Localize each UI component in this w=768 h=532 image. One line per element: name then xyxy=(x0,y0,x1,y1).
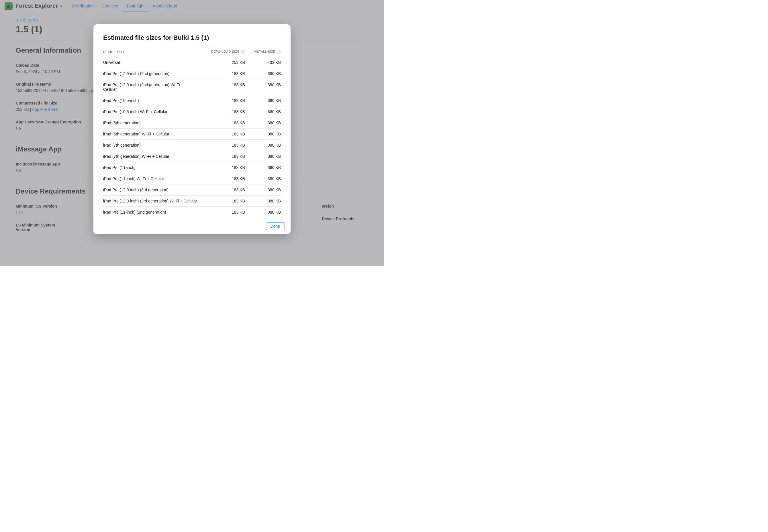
download-cell: 253 KB xyxy=(201,57,245,68)
done-button[interactable]: Done xyxy=(266,222,285,230)
device-cell: iPad Pro (12.9-inch) (2nd generation) xyxy=(103,68,201,79)
download-cell: 183 KB xyxy=(201,139,245,151)
table-row: iPad Pro (10.5-inch)183 KB380 KB xyxy=(103,95,281,106)
device-cell: iPad (6th generation) Wi-Fi + Cellular xyxy=(103,128,201,139)
table-row: iPad (7th generation) Wi-Fi + Cellular18… xyxy=(103,151,281,162)
device-cell: Universal xyxy=(103,57,201,68)
table-row: iPad Pro (10.5-inch) Wi-Fi + Cellular183… xyxy=(103,106,281,117)
file-sizes-table: DEVICE TYPE DOWNLOAD SIZE? INSTALL SIZE?… xyxy=(103,47,281,218)
table-row: iPad (6th generation)183 KB380 KB xyxy=(103,117,281,128)
install-cell: 380 KB xyxy=(245,206,281,218)
download-cell: 183 KB xyxy=(201,79,245,95)
download-cell: 183 KB xyxy=(201,184,245,195)
device-cell: iPad Pro (10.5-inch) xyxy=(103,95,201,106)
download-cell: 183 KB xyxy=(201,173,245,184)
file-sizes-modal: Estimated file sizes for Build 1.5 (1) D… xyxy=(93,24,291,234)
table-row: iPad Pro (12.9-inch) (3rd generation) Wi… xyxy=(103,195,281,206)
col-download-size: DOWNLOAD SIZE? xyxy=(201,47,245,57)
col-device-type: DEVICE TYPE xyxy=(103,47,201,57)
download-cell: 183 KB xyxy=(201,128,245,139)
device-cell: iPad Pro (11-inch) (2nd generation) xyxy=(103,206,201,218)
download-cell: 183 KB xyxy=(201,206,245,218)
device-cell: iPad Pro (12.9-inch) (2nd generation) Wi… xyxy=(103,79,201,95)
install-cell: 380 KB xyxy=(245,184,281,195)
device-cell: iPad (7th generation) xyxy=(103,139,201,151)
help-icon[interactable]: ? xyxy=(241,50,245,54)
install-cell: 380 KB xyxy=(245,151,281,162)
install-cell: 380 KB xyxy=(245,106,281,117)
table-row: iPad Pro (12.9-inch) (2nd generation) Wi… xyxy=(103,79,281,95)
help-icon[interactable]: ? xyxy=(277,50,281,54)
table-row: iPad Pro (11-inch) Wi-Fi + Cellular183 K… xyxy=(103,173,281,184)
install-cell: 380 KB xyxy=(245,117,281,128)
table-row: iPad (7th generation)183 KB380 KB xyxy=(103,139,281,151)
modal-title: Estimated file sizes for Build 1.5 (1) xyxy=(103,34,281,42)
device-cell: iPad Pro (10.5-inch) Wi-Fi + Cellular xyxy=(103,106,201,117)
device-cell: iPad Pro (12.9-inch) (3rd generation) xyxy=(103,184,201,195)
install-cell: 380 KB xyxy=(245,162,281,173)
modal-backdrop[interactable]: Estimated file sizes for Build 1.5 (1) D… xyxy=(0,0,384,266)
device-cell: iPad (7th generation) Wi-Fi + Cellular xyxy=(103,151,201,162)
download-cell: 183 KB xyxy=(201,117,245,128)
install-cell: 380 KB xyxy=(245,68,281,79)
download-cell: 183 KB xyxy=(201,106,245,117)
device-cell: iPad Pro (12.9-inch) (3rd generation) Wi… xyxy=(103,195,201,206)
table-row: iPad Pro (12.9-inch) (2nd generation)183… xyxy=(103,68,281,79)
device-cell: iPad (6th generation) xyxy=(103,117,201,128)
table-row: iPad Pro (12.9-inch) (3rd generation)183… xyxy=(103,184,281,195)
table-row: iPad (6th generation) Wi-Fi + Cellular18… xyxy=(103,128,281,139)
table-row: Universal253 KB433 KB xyxy=(103,57,281,68)
file-sizes-table-scroll[interactable]: DEVICE TYPE DOWNLOAD SIZE? INSTALL SIZE?… xyxy=(103,47,281,218)
install-cell: 380 KB xyxy=(245,173,281,184)
col-device-label: DEVICE TYPE xyxy=(103,50,125,54)
download-cell: 183 KB xyxy=(201,95,245,106)
download-cell: 183 KB xyxy=(201,195,245,206)
col-install-label: INSTALL SIZE xyxy=(253,50,275,53)
install-cell: 380 KB xyxy=(245,95,281,106)
modal-footer: Done xyxy=(93,218,291,234)
download-cell: 183 KB xyxy=(201,162,245,173)
download-cell: 183 KB xyxy=(201,68,245,79)
table-row: iPad Pro (11-inch) (2nd generation)183 K… xyxy=(103,206,281,218)
install-cell: 380 KB xyxy=(245,79,281,95)
table-row: iPad Pro (11-inch)183 KB380 KB xyxy=(103,162,281,173)
install-cell: 433 KB xyxy=(245,57,281,68)
device-cell: iPad Pro (11-inch) Wi-Fi + Cellular xyxy=(103,173,201,184)
col-install-size: INSTALL SIZE? xyxy=(245,47,281,57)
col-download-label: DOWNLOAD SIZE xyxy=(211,50,240,53)
download-cell: 183 KB xyxy=(201,151,245,162)
device-cell: iPad Pro (11-inch) xyxy=(103,162,201,173)
install-cell: 380 KB xyxy=(245,195,281,206)
install-cell: 380 KB xyxy=(245,139,281,151)
install-cell: 380 KB xyxy=(245,128,281,139)
